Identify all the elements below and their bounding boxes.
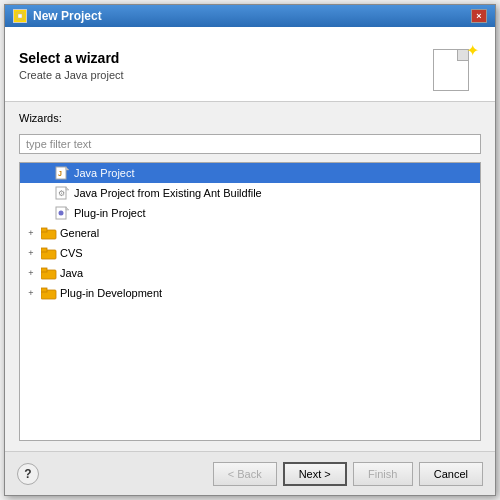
java-folder-icon bbox=[41, 265, 57, 281]
svg-rect-16 bbox=[41, 268, 47, 272]
dialog-title: New Project bbox=[33, 9, 102, 23]
expand-spacer-ant bbox=[38, 186, 52, 200]
java-project-icon: J bbox=[55, 165, 71, 181]
tree-item-plugin-project[interactable]: Plug-in Project bbox=[20, 203, 480, 223]
expand-icon-general[interactable]: + bbox=[24, 226, 38, 240]
plugin-dev-folder-icon bbox=[41, 285, 57, 301]
content-area: Wizards: J Java Project bbox=[5, 102, 495, 451]
filter-input[interactable] bbox=[19, 134, 481, 154]
plugin-project-icon bbox=[55, 205, 71, 221]
expand-spacer-plugin bbox=[38, 206, 52, 220]
tree-item-cvs[interactable]: + CVS bbox=[20, 243, 480, 263]
wizard-title: Select a wizard bbox=[19, 50, 124, 66]
svg-marker-3 bbox=[66, 167, 69, 170]
svg-text:⚙: ⚙ bbox=[58, 189, 65, 198]
wizard-subtitle: Create a Java project bbox=[19, 69, 124, 81]
footer: ? < Back Next > Finish Cancel bbox=[5, 451, 495, 495]
svg-point-10 bbox=[59, 211, 64, 216]
cvs-label: CVS bbox=[60, 247, 83, 259]
tree-item-java-project[interactable]: J Java Project bbox=[20, 163, 480, 183]
general-folder-icon bbox=[41, 225, 57, 241]
dialog-icon bbox=[13, 9, 27, 23]
expand-icon-cvs[interactable]: + bbox=[24, 246, 38, 260]
general-label: General bbox=[60, 227, 99, 239]
java-label: Java bbox=[60, 267, 83, 279]
close-button[interactable]: × bbox=[471, 9, 487, 23]
wizards-label: Wizards: bbox=[19, 112, 481, 124]
cvs-folder-icon bbox=[41, 245, 57, 261]
svg-rect-14 bbox=[41, 248, 47, 252]
svg-rect-12 bbox=[41, 228, 47, 232]
next-button[interactable]: Next > bbox=[283, 462, 347, 486]
svg-rect-1 bbox=[18, 14, 22, 18]
tree-item-general[interactable]: + General bbox=[20, 223, 480, 243]
svg-marker-9 bbox=[66, 207, 69, 210]
plugin-dev-label: Plug-in Development bbox=[60, 287, 162, 299]
svg-rect-18 bbox=[41, 288, 47, 292]
wizard-tree: J Java Project ⚙ Java Project from Exist… bbox=[19, 162, 481, 441]
java-project-label: Java Project bbox=[74, 167, 135, 179]
tree-item-java-ant[interactable]: ⚙ Java Project from Existing Ant Buildfi… bbox=[20, 183, 480, 203]
cancel-button[interactable]: Cancel bbox=[419, 462, 483, 486]
java-ant-label: Java Project from Existing Ant Buildfile bbox=[74, 187, 262, 199]
tree-item-plugin-dev[interactable]: + Plug-in Development bbox=[20, 283, 480, 303]
tree-item-java[interactable]: + Java bbox=[20, 263, 480, 283]
svg-marker-6 bbox=[66, 187, 69, 190]
help-button[interactable]: ? bbox=[17, 463, 39, 485]
new-project-dialog: New Project × Select a wizard Create a J… bbox=[4, 4, 496, 496]
sparkle-icon: ✦ bbox=[466, 41, 479, 60]
plugin-project-label: Plug-in Project bbox=[74, 207, 146, 219]
ant-icon: ⚙ bbox=[55, 185, 71, 201]
title-bar: New Project × bbox=[5, 5, 495, 27]
expand-icon-plugin-dev[interactable]: + bbox=[24, 286, 38, 300]
footer-buttons: < Back Next > Finish Cancel bbox=[213, 462, 483, 486]
expand-icon-java[interactable]: + bbox=[24, 266, 38, 280]
back-button[interactable]: < Back bbox=[213, 462, 277, 486]
document-icon bbox=[433, 49, 469, 91]
expand-spacer-java-project bbox=[38, 166, 52, 180]
svg-text:J: J bbox=[58, 170, 62, 177]
header-icon: ✦ bbox=[429, 39, 481, 91]
header-section: Select a wizard Create a Java project ✦ bbox=[5, 27, 495, 102]
finish-button[interactable]: Finish bbox=[353, 462, 413, 486]
